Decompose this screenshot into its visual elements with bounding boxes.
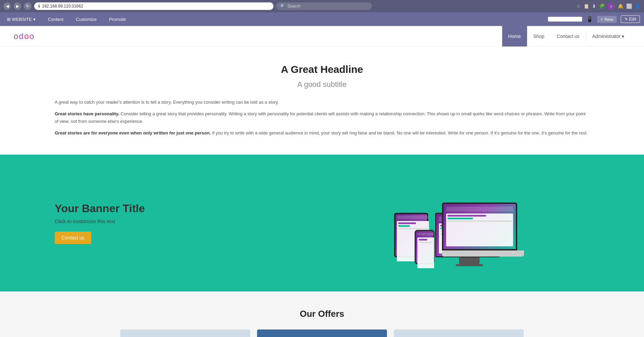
banner-subtitle: Click to customize this text (55, 218, 322, 224)
pricing-title: Our Offers (34, 309, 610, 319)
topbar-right: 📱 + New ✎ Edit (548, 15, 640, 23)
nav-shop[interactable]: Shop (527, 26, 551, 47)
topbar-customize[interactable]: Customize (73, 12, 99, 26)
browser-right-icons: ☆ 📋 ⬇ 🧩 o 🔔 ⬜ 👤 (576, 2, 641, 10)
site-logo: odoo (14, 31, 35, 41)
search-placeholder: Search (287, 4, 300, 9)
banner-right (322, 175, 589, 271)
laptop-screen (442, 203, 517, 250)
para-3-rest: If you try to write with a wide general … (212, 130, 588, 135)
download-icon[interactable]: ⬇ (592, 3, 596, 9)
phone-screen (415, 230, 434, 264)
para-3-bold: Great stories are for everyone even when… (55, 130, 211, 135)
pricing-section: Our Offers Beginner Starter package $350… (0, 291, 644, 337)
forward-button[interactable]: ▶ (14, 2, 21, 10)
bookmark-icon[interactable]: ☆ (576, 3, 581, 9)
site-nav-links: Home Shop Contact us Administrator ▾ (502, 26, 630, 47)
phone-device (415, 230, 437, 271)
logo-text: od (14, 31, 24, 41)
banner-title: Your Banner Title (55, 202, 322, 215)
card-header-expert: Expert Ultimate package (394, 329, 524, 337)
content-label: Content (48, 17, 64, 22)
pricing-card-expert: Expert Ultimate package $12500 (394, 329, 524, 337)
url-bar[interactable]: ℹ 192.168.99.110:31662 (34, 2, 273, 10)
laptop-device (442, 203, 524, 271)
nav-contact[interactable]: Contact us (551, 26, 586, 47)
notification-icon[interactable]: 🔔 (618, 3, 623, 9)
para-1: A great way to catch your reader's atten… (55, 99, 589, 106)
website-label: ⊞ WEBSITE (7, 17, 32, 22)
logo-dot: o (24, 31, 29, 41)
main-content: A Great Headline A good subtitle A great… (0, 47, 644, 155)
para-2-rest: Consider telling a great story that prov… (55, 111, 586, 124)
progress-bar (548, 17, 582, 22)
topbar-content[interactable]: Content (45, 12, 66, 26)
main-headline: A Great Headline (55, 64, 589, 75)
para-2: Great stories have personality. Consider… (55, 110, 589, 125)
para-3: Great stories are for everyone even when… (55, 129, 589, 137)
extensions-icon[interactable]: 🧩 (599, 3, 605, 9)
search-icon: 🔍 (280, 4, 285, 9)
admin-label: Administrator (592, 34, 620, 39)
promote-label: Promote (109, 17, 126, 22)
admin-dropdown-icon: ▾ (622, 34, 624, 39)
nav-admin[interactable]: Administrator ▾ (586, 26, 630, 47)
back-button[interactable]: ◀ (3, 2, 11, 10)
logo-text2: o (29, 31, 35, 41)
mobile-preview-icon[interactable]: 📱 (586, 16, 593, 23)
odoo-icon[interactable]: o (607, 2, 615, 10)
site-nav: odoo Home Shop Contact us Administrator … (0, 26, 644, 47)
nav-home[interactable]: Home (502, 26, 527, 47)
contact-button[interactable]: Contact us (55, 232, 91, 244)
edit-button[interactable]: ✎ Edit (621, 15, 640, 23)
pricing-card-professional: Professional Enterprise package $6500 (257, 329, 387, 337)
devices-illustration (387, 182, 524, 271)
card-header-professional: Professional Enterprise package (257, 329, 387, 337)
card-header-beginner: Beginner Starter package (120, 329, 250, 337)
new-button[interactable]: + New (597, 16, 617, 23)
browser-chrome: ◀ ▶ ↻ ℹ 192.168.99.110:31662 🔍 Search ☆ … (0, 0, 644, 12)
search-bar[interactable]: 🔍 Search (276, 2, 372, 10)
url-text: 192.168.99.110:31662 (42, 4, 83, 9)
customize-label: Customize (76, 17, 97, 22)
topbar-website[interactable]: ⊞ WEBSITE ▾ (4, 12, 38, 26)
website-dropdown-icon: ▾ (33, 17, 36, 22)
pricing-card-beginner: Beginner Starter package $3500 (120, 329, 250, 337)
readinglist-icon[interactable]: 📋 (583, 3, 589, 9)
main-subtitle: A good subtitle (55, 80, 589, 89)
topbar-promote[interactable]: Promote (106, 12, 129, 26)
pricing-cards: Beginner Starter package $3500 Professio… (34, 329, 610, 337)
info-icon: ℹ (38, 4, 40, 9)
banner-section: Your Banner Title Click to customize thi… (0, 155, 644, 291)
banner-left: Your Banner Title Click to customize thi… (55, 202, 322, 244)
para-2-bold: Great stories have personality. (55, 111, 119, 116)
user-icon[interactable]: 👤 (635, 3, 641, 9)
odoo-topbar: ⊞ WEBSITE ▾ Content Customize Promote 📱 … (0, 12, 644, 26)
reload-button[interactable]: ↻ (24, 2, 31, 10)
window-icon[interactable]: ⬜ (626, 3, 632, 9)
laptop-body (442, 250, 524, 257)
